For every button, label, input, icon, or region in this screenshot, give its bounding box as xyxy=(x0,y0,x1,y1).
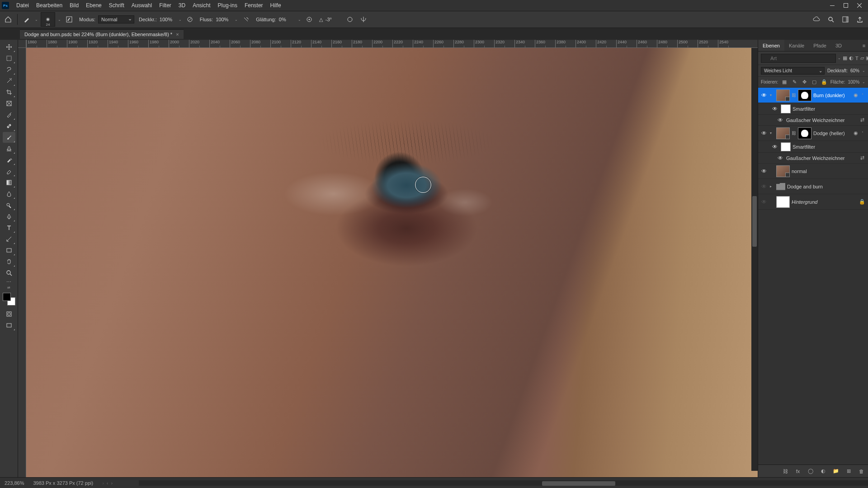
heal-tool[interactable] xyxy=(3,121,15,131)
ruler-horizontal[interactable]: 1860188019001920194019601980200020202040… xyxy=(26,40,758,48)
menu-3d[interactable]: 3D xyxy=(175,2,189,9)
layer-thumbnail[interactable] xyxy=(776,127,790,139)
layer-row[interactable]: 👁 ▾ ⛓ Burn (dunkler) ◉ ˄ xyxy=(758,88,868,103)
visibility-toggle[interactable]: 👁 xyxy=(771,106,779,112)
chevron-down-icon[interactable]: ⌄ xyxy=(862,69,865,73)
mask-thumbnail[interactable] xyxy=(798,89,811,101)
frame-tool[interactable] xyxy=(3,98,15,109)
brush-panel-icon[interactable] xyxy=(64,14,75,25)
chevron-down-icon[interactable]: ⌄ xyxy=(235,18,238,22)
tab-kanaele[interactable]: Kanäle xyxy=(784,40,809,51)
visibility-toggle[interactable]: 👁 xyxy=(760,130,768,136)
document-tab[interactable]: Dodge and burn.psdc bei 224% (Burn (dunk… xyxy=(20,29,184,39)
pen-tool[interactable] xyxy=(3,211,15,222)
lock-artboard-icon[interactable]: ▢ xyxy=(811,78,818,86)
menu-schrift[interactable]: Schrift xyxy=(105,2,128,9)
cloud-docs-icon[interactable] xyxy=(811,14,822,25)
lock-position-icon[interactable]: ✥ xyxy=(801,78,808,86)
menu-bearbeiten[interactable]: Bearbeiten xyxy=(33,2,66,9)
filter-type-icon[interactable]: T xyxy=(855,54,859,62)
chevron-down-icon[interactable]: ⌄ xyxy=(862,80,865,84)
search-icon[interactable] xyxy=(826,14,836,25)
ruler-vertical[interactable] xyxy=(18,48,26,477)
link-icon[interactable]: ⛓ xyxy=(792,93,796,98)
layer-thumbnail[interactable] xyxy=(776,89,790,101)
visibility-toggle[interactable]: 👁 xyxy=(760,168,768,174)
smoothing-options-icon[interactable] xyxy=(304,14,315,25)
expand-arrow-icon[interactable]: ▾ xyxy=(770,93,774,97)
layer-name[interactable]: normal xyxy=(792,169,866,174)
layer-row[interactable]: 👁 ▾ ⛓ Dodge (heller) ◉ ˄ xyxy=(758,126,868,141)
zoom-tool[interactable] xyxy=(3,267,15,278)
layer-row[interactable]: 👁 ▾ Hintergrund 🔒 xyxy=(758,194,868,210)
wand-tool[interactable] xyxy=(3,75,15,86)
tab-pfade[interactable]: Pfade xyxy=(809,40,831,51)
smoothing-input[interactable]: 0% xyxy=(279,17,295,22)
pressure-opacity-icon[interactable] xyxy=(184,14,195,25)
symmetry-icon[interactable] xyxy=(358,14,369,25)
tab-ebenen[interactable]: Ebenen xyxy=(758,40,784,51)
lasso-tool[interactable] xyxy=(3,64,15,75)
collapse-arrow-icon[interactable]: ˄ xyxy=(862,93,866,97)
edit-toolbar-icon[interactable]: ⋯ xyxy=(3,279,15,285)
new-group-icon[interactable]: 📁 xyxy=(832,467,840,475)
filter-options-icon[interactable]: ⇄ xyxy=(858,116,866,124)
layer-row[interactable]: 👁 ▾ normal xyxy=(758,164,868,179)
filter-smart-icon[interactable]: ▣ xyxy=(866,54,868,62)
delete-layer-icon[interactable]: 🗑 xyxy=(857,467,865,475)
layer-row[interactable]: 👁 Gaußscher Weichzeichner ⇄ xyxy=(758,115,868,126)
lock-all-icon[interactable]: 🔒 xyxy=(821,78,828,86)
maximize-button[interactable] xyxy=(839,1,853,10)
menu-hilfe[interactable]: Hilfe xyxy=(267,2,285,9)
link-layers-icon[interactable]: ⛓ xyxy=(781,467,789,475)
menu-auswahl[interactable]: Auswahl xyxy=(128,2,156,9)
home-icon[interactable] xyxy=(3,14,14,25)
menu-plugins[interactable]: Plug-ins xyxy=(214,2,241,9)
angle-input[interactable]: -3° xyxy=(326,17,342,22)
chevron-down-icon[interactable]: ⌄ xyxy=(58,18,61,22)
foreground-color-swatch[interactable] xyxy=(3,293,11,301)
opacity-input[interactable]: 100% xyxy=(160,17,176,22)
chevron-down-icon[interactable]: ⌄ xyxy=(838,56,841,60)
layer-row[interactable]: 👁 Smartfilter xyxy=(758,103,868,115)
blend-mode-select[interactable]: Weiches Licht xyxy=(761,67,825,75)
panel-menu-icon[interactable]: ≡ xyxy=(860,42,868,50)
swap-colors-icon[interactable]: ⇄ xyxy=(7,286,10,290)
lock-transparent-icon[interactable]: ▦ xyxy=(781,78,788,86)
lock-pixels-icon[interactable]: ✎ xyxy=(791,78,798,86)
visibility-toggle[interactable]: 👁 xyxy=(776,117,784,123)
flow-input[interactable]: 100% xyxy=(216,17,232,22)
path-tool[interactable] xyxy=(3,234,15,244)
tool-preset-icon[interactable] xyxy=(21,14,32,25)
filter-options-icon[interactable]: ⇄ xyxy=(858,154,866,162)
expand-arrow-icon[interactable]: ▾ xyxy=(770,131,774,135)
add-mask-icon[interactable]: ◯ xyxy=(807,467,815,475)
screenmode-icon[interactable] xyxy=(3,320,15,331)
doc-dimensions[interactable]: 3983 Px x 3273 Px (72 ppi) xyxy=(33,480,93,486)
gradient-tool[interactable] xyxy=(3,177,15,188)
filter-adjust-icon[interactable]: ◐ xyxy=(849,54,854,62)
canvas[interactable] xyxy=(26,48,758,477)
layer-thumbnail[interactable] xyxy=(776,196,790,208)
visibility-toggle[interactable]: 👁 xyxy=(771,144,779,150)
zoom-level[interactable]: 223,86% xyxy=(5,480,24,486)
scrollbar-horizontal[interactable] xyxy=(139,480,868,486)
layer-filter-input[interactable] xyxy=(761,54,836,63)
tab-3d[interactable]: 3D xyxy=(831,40,846,51)
menu-fenster[interactable]: Fenster xyxy=(241,2,267,9)
mask-thumbnail[interactable] xyxy=(798,127,811,139)
share-icon[interactable] xyxy=(854,14,865,25)
minimize-button[interactable] xyxy=(826,1,839,10)
quickmask-icon[interactable] xyxy=(3,309,15,319)
fx-icon[interactable]: fx xyxy=(794,467,802,475)
visibility-toggle[interactable]: 👁 xyxy=(760,183,768,190)
filter-pixel-icon[interactable]: ▦ xyxy=(843,54,847,62)
blend-mode-dropdown[interactable]: Normal xyxy=(98,15,134,23)
scrollbar-vertical[interactable] xyxy=(751,48,758,471)
layer-name[interactable]: Burn (dunkler) xyxy=(813,93,850,98)
color-swatches[interactable] xyxy=(3,293,15,305)
adjustment-icon[interactable]: ◐ xyxy=(819,467,827,475)
layer-thumbnail[interactable] xyxy=(776,165,790,177)
blur-tool[interactable] xyxy=(3,188,15,199)
filter-mask-thumbnail[interactable] xyxy=(781,142,791,151)
